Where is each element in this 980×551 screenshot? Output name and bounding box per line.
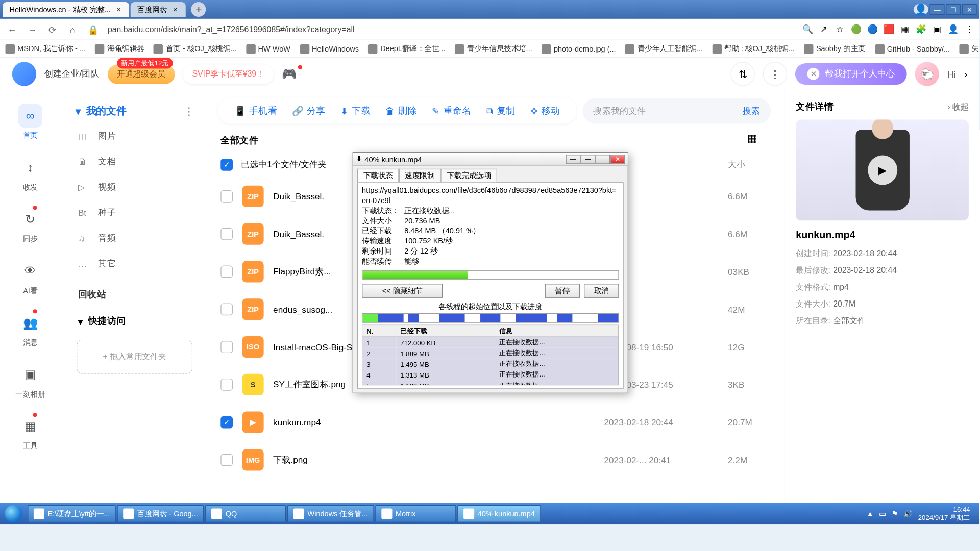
checkbox[interactable] xyxy=(220,266,233,278)
iconbar-item[interactable]: ▣一刻相册 xyxy=(15,362,45,399)
tray-icon[interactable]: ▲ xyxy=(866,510,873,518)
ext-icon[interactable]: ▦ xyxy=(899,24,911,34)
dialog-titlebar[interactable]: ⬇ 40% kunkun.mp4 —— ☐ ✕ xyxy=(353,153,628,166)
iconbar-item[interactable]: ▦工具 xyxy=(18,414,42,451)
taskbar-task[interactable]: E:\硬盘上\ytt的一... xyxy=(28,505,116,522)
volume-icon[interactable]: 🔊 xyxy=(903,509,913,518)
ext-icon[interactable]: 🟢 xyxy=(850,24,863,34)
assistant-avatar[interactable]: 🐑 xyxy=(915,62,939,86)
vip-button[interactable]: 新用户最低12元 开通超级会员 xyxy=(107,64,175,84)
game-icon[interactable]: 🎮 xyxy=(282,66,301,81)
bookmark[interactable]: 青少年信息技术培... xyxy=(455,44,532,54)
thread-row[interactable]: 41.313 MB正在接收数据... xyxy=(362,369,618,380)
ext-icon[interactable]: 🟥 xyxy=(883,24,895,34)
bookmark[interactable]: DeepL翻译：全世... xyxy=(368,44,445,54)
taskbar-task[interactable]: Motrix xyxy=(375,505,456,522)
close-button[interactable]: ✕ xyxy=(962,4,977,15)
checkbox[interactable]: ✓ xyxy=(220,416,233,429)
file-row[interactable]: IMG下载.png2023-02-... 20:412.2M xyxy=(218,441,785,479)
star-icon[interactable]: ☆ xyxy=(834,24,846,34)
bookmark[interactable]: MSDN, 我告诉你 - ... xyxy=(6,44,86,54)
bookmark[interactable]: HW WoW xyxy=(246,44,290,53)
search-input[interactable]: 搜索我的文件 搜索 xyxy=(582,98,771,123)
view-phone-button[interactable]: 📱手机看 xyxy=(234,105,277,117)
url-input[interactable]: pan.baidu.com/disk/main?_at_=17265619960… xyxy=(105,22,798,37)
download-button[interactable]: ⬇下载 xyxy=(340,105,371,117)
iconbar-item[interactable]: 👁AI看 xyxy=(18,259,42,295)
minimize-button[interactable]: — xyxy=(566,154,580,163)
category-item[interactable]: …其它 xyxy=(67,251,202,277)
tray-icon[interactable]: ▭ xyxy=(879,509,886,518)
pause-button[interactable]: 暂停 xyxy=(545,284,580,298)
bookmark[interactable]: 首页 - 核OJ_核桃编... xyxy=(154,44,236,54)
checkbox[interactable] xyxy=(220,379,233,391)
file-row[interactable]: ✓▶kunkun.mp42023-02-18 20:4420.7M xyxy=(218,404,785,441)
category-item[interactable]: 🗎文档 xyxy=(67,148,202,174)
checkbox[interactable] xyxy=(220,454,233,466)
bookmark[interactable]: GitHub - Saobby/... xyxy=(875,44,950,53)
checkbox-checked[interactable]: ✓ xyxy=(220,159,233,171)
video-preview[interactable]: ▶ xyxy=(796,120,969,221)
cancel-button[interactable]: 取消 xyxy=(584,284,619,298)
more-icon[interactable]: ⋮ xyxy=(184,105,194,117)
bookmark[interactable]: 矢量转换器- FreeC... xyxy=(960,44,979,54)
ext-icon[interactable]: 🔵 xyxy=(867,24,879,34)
checkbox[interactable] xyxy=(220,190,233,203)
collapse-button[interactable]: › 收起 xyxy=(948,101,969,112)
grid-view-icon[interactable]: ▦ xyxy=(747,132,757,144)
profile-icon[interactable]: 👤 xyxy=(947,24,960,34)
bookmark[interactable]: HelloWindows xyxy=(300,44,359,53)
close-button[interactable]: ✕ xyxy=(610,154,625,163)
tab-oncomplete[interactable]: 下载完成选项 xyxy=(440,169,497,182)
category-item[interactable]: ▷视频 xyxy=(67,174,202,199)
iconbar-item[interactable]: ↕收发 xyxy=(18,155,42,192)
category-item[interactable]: ♫音频 xyxy=(67,226,202,251)
iconbar-item[interactable]: 👥消息 xyxy=(18,311,42,347)
thread-table[interactable]: N. 已经下载 信息 1712.000 KB正在接收数据...21.889 MB… xyxy=(362,325,619,386)
avatar[interactable] xyxy=(12,62,36,86)
thread-row[interactable]: 1712.000 KB正在接收数据... xyxy=(362,337,618,348)
move-button[interactable]: ✥移动 xyxy=(530,105,560,117)
iconbar-item[interactable]: ↻同步 xyxy=(18,207,42,244)
tray-icon[interactable]: ⚑ xyxy=(891,509,898,518)
svip-button[interactable]: SVIP季卡低至¥39！ xyxy=(183,64,274,84)
bookmark[interactable]: photo-demo.jpg (... xyxy=(542,44,616,53)
tab-status[interactable]: 下载状态 xyxy=(357,169,399,182)
user-icon[interactable]: 👤 xyxy=(914,4,928,15)
close-icon[interactable]: × xyxy=(115,6,123,14)
new-tab-button[interactable]: + xyxy=(191,2,206,17)
sidepanel-icon[interactable]: ▣ xyxy=(931,24,943,34)
back-button[interactable]: ← xyxy=(4,24,20,35)
search-go[interactable]: 搜索 xyxy=(743,105,760,117)
forward-button[interactable]: → xyxy=(24,24,40,35)
reload-button[interactable]: ⟳ xyxy=(44,24,61,35)
home-button[interactable]: ⌂ xyxy=(65,24,81,35)
play-icon[interactable]: ▶ xyxy=(868,155,897,185)
close-icon[interactable]: ✕ xyxy=(807,68,820,80)
system-tray[interactable]: ▲ ▭ ⚑ 🔊 16:442024/9/17 星期二 xyxy=(861,506,979,522)
quick-access-header[interactable]: ▾快捷访问 xyxy=(67,309,202,334)
thread-row[interactable]: 31.495 MB正在接收数据... xyxy=(362,358,618,369)
transfer-button[interactable]: ⇅ xyxy=(731,62,755,86)
create-team-link[interactable]: 创建企业/团队 xyxy=(44,68,100,80)
bookmark[interactable]: 帮助 : 核OJ_核桃编... xyxy=(712,44,794,54)
minimize-button[interactable]: — xyxy=(580,154,595,163)
help-text[interactable]: 帮我打开个人中心 xyxy=(825,68,895,80)
taskbar-task[interactable]: Windows 任务管... xyxy=(287,505,374,522)
browser-tab[interactable]: HelloWindows.cn - 精校 完整...× xyxy=(3,2,129,17)
hide-details-button[interactable]: << 隐藏细节 xyxy=(362,284,443,298)
maximize-button[interactable]: ☐ xyxy=(946,4,961,15)
tab-speed[interactable]: 速度限制 xyxy=(399,169,441,182)
extensions-icon[interactable]: 🧩 xyxy=(915,24,927,34)
clock[interactable]: 16:442024/9/17 星期二 xyxy=(918,506,974,522)
minimize-button[interactable]: — xyxy=(929,4,944,15)
checkbox[interactable] xyxy=(220,303,233,315)
category-item[interactable]: Bt种子 xyxy=(67,199,202,225)
share-icon[interactable]: ↗ xyxy=(818,24,830,34)
menu-icon[interactable]: ⋮ xyxy=(963,24,975,34)
taskbar-task[interactable]: 百度网盘 - Goog... xyxy=(117,505,204,522)
zoom-icon[interactable]: 🔍 xyxy=(802,24,814,34)
dropzone[interactable]: + 拖入常用文件夹 xyxy=(77,340,192,374)
more-button[interactable]: ⋮ xyxy=(763,62,787,86)
chevron-right-icon[interactable]: › xyxy=(964,68,967,80)
